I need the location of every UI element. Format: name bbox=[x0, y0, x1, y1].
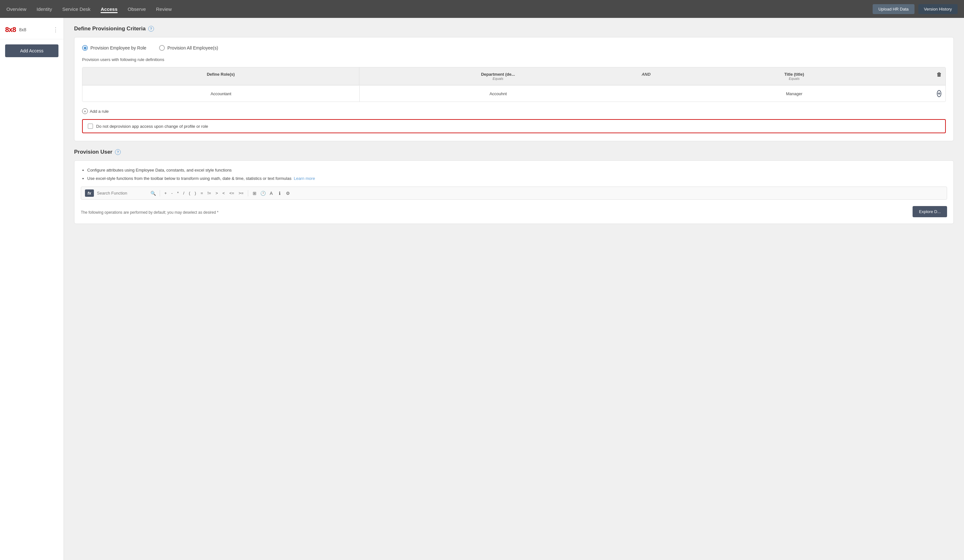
col-sub-department: Equals bbox=[365, 77, 631, 80]
radio-provision-by-role[interactable]: Provision Employee by Role bbox=[82, 45, 146, 51]
nav-item-service-desk[interactable]: Service Desk bbox=[62, 5, 90, 13]
text-icon[interactable]: A bbox=[268, 190, 274, 197]
col-header-role: Define Role(s) bbox=[82, 67, 359, 85]
cell-role[interactable]: Accountant bbox=[82, 86, 359, 102]
cell-title[interactable]: Manager bbox=[656, 86, 933, 102]
toolbar-less-eq[interactable]: <= bbox=[228, 190, 235, 196]
add-condition-icon[interactable]: + bbox=[937, 90, 941, 97]
radio-label-role: Provision Employee by Role bbox=[90, 46, 146, 50]
provision-user-bullets: Configure attributes using Employee Data… bbox=[81, 167, 947, 181]
grid-icon[interactable]: ⊞ bbox=[251, 190, 258, 197]
define-provisioning-title: Define Provisioning Criteria bbox=[74, 26, 146, 32]
toolbar-open-paren[interactable]: ( bbox=[187, 190, 191, 196]
deprovision-checkbox-label: Do not deprovision app access upon chang… bbox=[96, 124, 208, 129]
define-provisioning-help-icon[interactable]: ? bbox=[148, 26, 154, 32]
define-provisioning-card: Provision Employee by Role Provision All… bbox=[74, 37, 954, 141]
search-function-icon[interactable]: 🔍 bbox=[150, 190, 156, 197]
sidebar-dots-menu[interactable]: ⋮ bbox=[53, 26, 59, 33]
rule-table: Define Role(s) Department (de... Equals … bbox=[82, 67, 946, 102]
top-navigation: Overview Identity Service Desk Access Ob… bbox=[0, 0, 964, 18]
search-function-input[interactable] bbox=[97, 191, 148, 195]
rule-table-header: Define Role(s) Department (de... Equals … bbox=[82, 67, 946, 85]
radio-provision-all[interactable]: Provision All Employee(s) bbox=[159, 45, 218, 51]
radio-label-all: Provision All Employee(s) bbox=[168, 46, 218, 50]
learn-more-link[interactable]: Learn more bbox=[294, 176, 315, 181]
provision-user-section-title: Provision User ? bbox=[74, 149, 954, 155]
nav-item-identity[interactable]: Identity bbox=[37, 5, 52, 13]
delete-rule-icon[interactable]: 🗑 bbox=[938, 72, 940, 78]
cell-add-icon[interactable]: + bbox=[933, 86, 946, 102]
sidebar: 8x8 8x8 ⋮ Add Access bbox=[0, 18, 64, 560]
radio-circle-role bbox=[82, 45, 88, 51]
nav-items-left: Overview Identity Service Desk Access Ob… bbox=[7, 5, 172, 13]
toolbar-plus[interactable]: + bbox=[163, 190, 168, 196]
cell-department[interactable]: Accouhnt bbox=[359, 86, 636, 102]
provision-user-card: Configure attributes using Employee Data… bbox=[74, 160, 954, 224]
fx-badge: fx bbox=[85, 189, 94, 197]
main-content: Define Provisioning Criteria ? Provision… bbox=[64, 18, 964, 560]
toolbar-divider-1 bbox=[160, 190, 160, 197]
bullet-2: Use excel-style functions from the toolb… bbox=[87, 175, 947, 182]
col-header-delete: 🗑 bbox=[933, 67, 946, 85]
provision-user-title: Provision User bbox=[74, 149, 112, 155]
cell-and-spacer bbox=[637, 86, 656, 102]
toolbar-greater-eq[interactable]: >= bbox=[237, 190, 245, 196]
col-header-title: Title (title) Equals bbox=[656, 67, 933, 85]
bullet-1: Configure attributes using Employee Data… bbox=[87, 167, 947, 173]
brand-logo: 8x8 bbox=[5, 26, 16, 34]
toolbar-multiply[interactable]: * bbox=[176, 190, 180, 196]
toolbar-minus[interactable]: - bbox=[170, 190, 174, 196]
upload-hr-data-button[interactable]: Upload HR Data bbox=[873, 4, 915, 14]
formula-toolbar: fx 🔍 + - * / ( ) = != > < <= >= bbox=[81, 187, 947, 200]
add-rule-row[interactable]: + Add a rule bbox=[82, 108, 946, 114]
toolbar-less[interactable]: < bbox=[221, 190, 226, 196]
toolbar-not-equals[interactable]: != bbox=[206, 190, 212, 196]
nav-item-observe[interactable]: Observe bbox=[128, 5, 146, 13]
nav-item-overview[interactable]: Overview bbox=[7, 5, 26, 13]
add-rule-label: Add a rule bbox=[90, 109, 109, 114]
bottom-note: The following operations are performed b… bbox=[81, 210, 218, 215]
explore-button[interactable]: Explore D... bbox=[913, 206, 947, 217]
deprovision-checkbox-row[interactable]: Do not deprovision app access upon chang… bbox=[82, 119, 946, 133]
toolbar-divide[interactable]: / bbox=[182, 190, 186, 196]
radio-options-row: Provision Employee by Role Provision All… bbox=[82, 45, 946, 51]
col-header-and: AND bbox=[637, 67, 656, 85]
version-history-button[interactable]: Version History bbox=[918, 4, 957, 14]
toolbar-close-paren[interactable]: ) bbox=[194, 190, 197, 196]
brand-name: 8x8 bbox=[19, 27, 26, 32]
toolbar-divider-2 bbox=[248, 190, 248, 197]
sidebar-brand: 8x8 8x8 ⋮ bbox=[0, 23, 64, 39]
rule-description: Provision users with following rule defi… bbox=[82, 57, 946, 62]
deprovision-checkbox[interactable] bbox=[88, 124, 93, 129]
radio-circle-all bbox=[159, 45, 165, 51]
main-layout: 8x8 8x8 ⋮ Add Access Define Provisioning… bbox=[0, 18, 964, 560]
toolbar-greater[interactable]: > bbox=[214, 190, 220, 196]
nav-item-access[interactable]: Access bbox=[101, 5, 117, 13]
clock-icon[interactable]: 🕐 bbox=[260, 190, 266, 197]
nav-items-right: Upload HR Data Version History bbox=[873, 4, 957, 14]
info-icon[interactable]: ℹ bbox=[276, 190, 283, 197]
col-header-department: Department (de... Equals bbox=[359, 67, 636, 85]
define-provisioning-section-title: Define Provisioning Criteria ? bbox=[74, 26, 954, 32]
col-sub-title: Equals bbox=[661, 77, 928, 80]
toolbar-equals[interactable]: = bbox=[199, 190, 204, 196]
provision-user-section: Provision User ? Configure attributes us… bbox=[74, 149, 954, 224]
add-access-button[interactable]: Add Access bbox=[5, 44, 59, 57]
rule-table-row: Accountant Accouhnt Manager + bbox=[82, 85, 946, 102]
settings-icon[interactable]: ⚙ bbox=[285, 190, 291, 197]
add-rule-icon: + bbox=[82, 108, 88, 114]
nav-item-review[interactable]: Review bbox=[156, 5, 172, 13]
provision-user-help-icon[interactable]: ? bbox=[115, 149, 121, 155]
